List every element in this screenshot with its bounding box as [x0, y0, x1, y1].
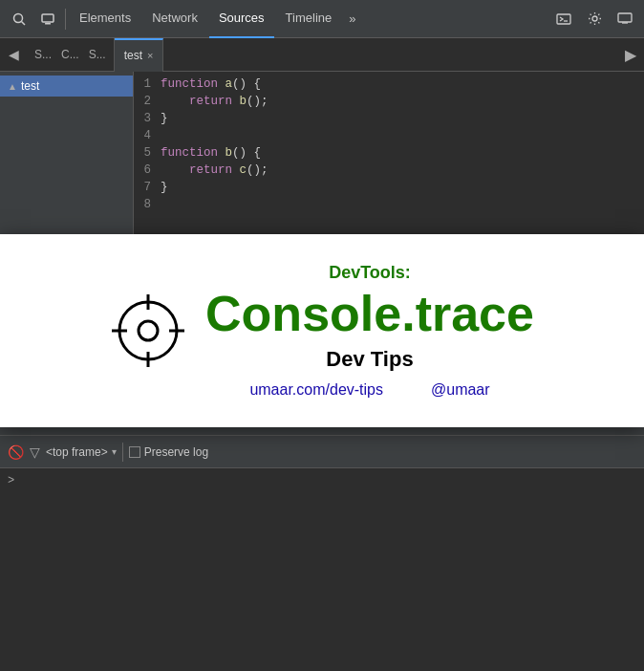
panel-tab-s2[interactable]: S...: [89, 48, 106, 61]
overlay-link-website[interactable]: umaar.com/dev-tips: [249, 381, 383, 399]
gear-icon[interactable]: [581, 6, 608, 32]
dropdown-arrow-icon: ▾: [112, 446, 117, 457]
overlay-text: DevTools: Console.trace Dev Tips umaar.c…: [205, 263, 534, 399]
frame-selector[interactable]: <top frame> ▾: [46, 445, 117, 459]
svg-point-9: [119, 302, 177, 359]
device-icon[interactable]: [34, 6, 61, 32]
prompt-arrow-icon: >: [8, 474, 14, 487]
more-tabs-button[interactable]: »: [343, 11, 361, 26]
tab-timeline[interactable]: Timeline: [276, 0, 342, 38]
toolbar-separator: [65, 9, 66, 30]
svg-rect-3: [45, 23, 51, 25]
code-line-4: 4: [134, 127, 644, 144]
panel-right-button[interactable]: ▶: [617, 38, 644, 72]
overlay-link-twitter[interactable]: @umaar: [431, 381, 490, 399]
svg-point-10: [139, 321, 158, 340]
svg-point-6: [592, 16, 597, 21]
panel-tab-s1[interactable]: S...: [34, 48, 52, 61]
file-tab-name: test: [124, 49, 142, 62]
overlay-description: Dev Tips: [205, 347, 534, 372]
overlay-title: Console.trace: [205, 287, 534, 341]
code-line-3: 3 }: [134, 110, 644, 127]
code-line-7: 7 }: [134, 179, 644, 196]
console-area[interactable]: >: [0, 468, 644, 671]
console-prompt[interactable]: >: [8, 474, 636, 487]
nav-back-button[interactable]: ◀: [0, 38, 27, 72]
monitor-icon[interactable]: [612, 6, 638, 32]
sidebar-item-label: test: [21, 79, 39, 93]
tab-network[interactable]: Network: [142, 0, 207, 38]
toolbar-right: [550, 6, 638, 32]
code-line-8: 8: [134, 196, 644, 213]
code-line-5: 5 function b() {: [134, 144, 644, 162]
toolbar: Elements Network Sources Timeline »: [0, 0, 644, 38]
svg-line-1: [22, 21, 26, 25]
svg-rect-7: [618, 13, 632, 22]
overlay-card: DevTools: Console.trace Dev Tips umaar.c…: [0, 234, 644, 427]
code-line-6: 6 return c();: [134, 162, 644, 179]
console-clear-icon[interactable]: 🚫: [8, 444, 24, 460]
overlay-links: umaar.com/dev-tips @umaar: [205, 381, 534, 399]
tab-sources[interactable]: Sources: [209, 0, 274, 38]
file-icon: ▲: [8, 81, 17, 92]
console-bar: 🚫 ▽ <top frame> ▾ Preserve log: [0, 435, 644, 468]
file-tab-test[interactable]: test ×: [115, 38, 164, 72]
preserve-log-checkbox[interactable]: Preserve log: [129, 445, 208, 459]
terminal-icon[interactable]: [550, 6, 577, 32]
console-filter-icon[interactable]: ▽: [30, 444, 40, 460]
panel-tabs-left: S... C... S...: [27, 38, 115, 72]
svg-rect-2: [42, 14, 54, 22]
search-icon[interactable]: [6, 6, 32, 32]
file-tab-close[interactable]: ×: [147, 51, 153, 61]
preserve-log-label: Preserve log: [144, 445, 208, 459]
console-bar-separator: [122, 443, 123, 462]
sidebar-item-test[interactable]: ▲ test: [0, 76, 133, 97]
file-tabs-bar: ◀ S... C... S... test × ▶: [0, 38, 644, 72]
code-line-1: 1 function a() {: [134, 76, 644, 93]
overlay-subtitle: DevTools:: [205, 263, 534, 283]
svg-point-0: [14, 13, 23, 22]
crosshair-icon: [110, 292, 186, 369]
frame-label: <top frame>: [46, 445, 108, 459]
panel-tab-c[interactable]: C...: [61, 48, 79, 61]
tab-elements[interactable]: Elements: [70, 0, 140, 38]
checkbox-icon[interactable]: [129, 446, 140, 458]
code-line-2: 2 return b();: [134, 93, 644, 110]
